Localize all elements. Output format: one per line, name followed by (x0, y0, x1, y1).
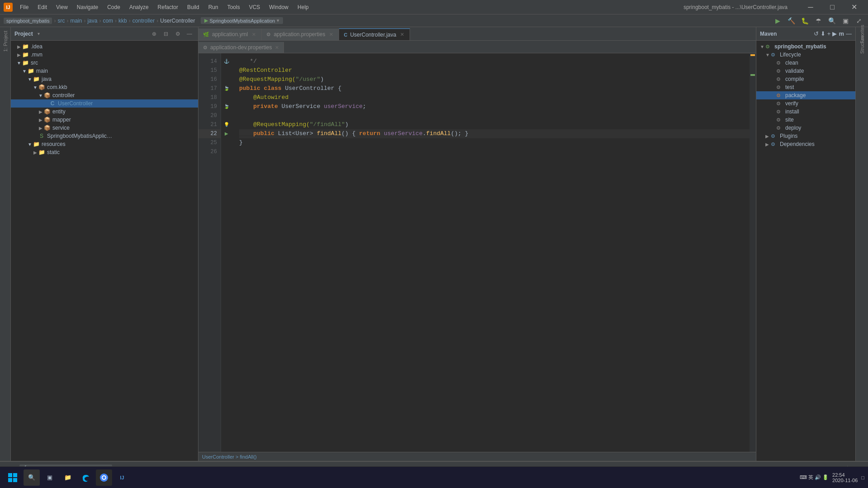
menu-help[interactable]: Help (294, 3, 312, 11)
maven-dependencies[interactable]: ▶ ⚙ Dependencies (756, 140, 855, 148)
run-button[interactable]: ▶ (772, 15, 783, 26)
tree-item-comkkb[interactable]: ▼ 📦 com.kkb (11, 83, 198, 91)
maven-goal-compile[interactable]: ⚙ compile (756, 75, 855, 83)
breadcrumb-com[interactable]: com (103, 18, 113, 24)
menu-window[interactable]: Window (265, 3, 292, 11)
locate-icon[interactable]: ⊕ (149, 29, 159, 39)
folder-icon-comkkb: 📦 (38, 84, 45, 90)
tab-close-props[interactable]: ✕ (328, 31, 334, 38)
menu-analyze[interactable]: Analyze (126, 3, 152, 11)
debug-button[interactable]: 🐛 (799, 15, 810, 26)
menu-edit[interactable]: Edit (34, 3, 51, 11)
tab-close-yml[interactable]: ✕ (250, 31, 257, 38)
maven-add-icon[interactable]: + (827, 30, 831, 37)
taskbar-search[interactable]: 🔍 (24, 469, 40, 486)
tree-item-java[interactable]: ▼ 📁 java (11, 75, 198, 83)
layout-button[interactable]: ▣ (840, 15, 851, 26)
tree-item-static[interactable]: ▶ 📁 static (11, 148, 198, 156)
coverage-button[interactable]: ☂ (813, 15, 824, 26)
breadcrumb-controller[interactable]: controller (132, 18, 155, 24)
breadcrumb-java[interactable]: java (87, 18, 97, 24)
sub-tab-dev-properties[interactable]: ⚙ application-dev.properties ✕ (198, 42, 284, 53)
tree-item-service[interactable]: ▶ 📦 service (11, 124, 198, 132)
menu-file[interactable]: File (16, 3, 32, 11)
taskbar-chrome[interactable] (96, 469, 112, 486)
tree-item-idea[interactable]: ▶ 📁 .idea (11, 42, 198, 51)
tree-item-usercontroller[interactable]: C UserController (11, 99, 198, 108)
maven-goal-site[interactable]: ⚙ site (756, 116, 855, 124)
maven-lifecycle[interactable]: ▼ ⚙ Lifecycle (756, 51, 855, 59)
tree-item-springapp[interactable]: S SpringbootMybatisApplic… (11, 132, 198, 140)
menu-vcs[interactable]: VCS (245, 3, 264, 11)
maven-goal-clean[interactable]: ⚙ clean (756, 59, 855, 67)
sidebar-project-label[interactable]: 1: Project (2, 27, 9, 55)
maven-clean-icon: ⚙ (776, 60, 783, 66)
tree-item-main[interactable]: ▼ 📁 main (11, 67, 198, 75)
taskbar-explorer[interactable]: 📁 (60, 469, 76, 486)
maven-goal-validate[interactable]: ⚙ validate (756, 67, 855, 75)
maven-goal-package[interactable]: ⚙ package (756, 91, 855, 99)
tree-item-mvn[interactable]: ▶ 📁 .mvn (11, 51, 198, 59)
maven-m-icon[interactable]: m (839, 30, 844, 37)
taskbar-edge[interactable] (78, 469, 94, 486)
menu-refactor[interactable]: Refactor (154, 3, 182, 11)
maven-project[interactable]: ▼ ⚙ springboot_mybatis (756, 42, 855, 51)
hide-panel-icon[interactable]: — (184, 29, 194, 39)
collapse-icon[interactable]: ⊟ (161, 29, 171, 39)
gutter-21: 💡 (221, 120, 232, 129)
maven-panel-title: Maven (760, 31, 777, 37)
menu-build[interactable]: Build (184, 3, 203, 11)
java-icon-usercontroller: C (49, 100, 56, 107)
taskbar-task-view[interactable]: ▣ (42, 469, 58, 486)
project-badge[interactable]: springboot_mybatis (4, 18, 52, 24)
search-button[interactable]: 🔍 (826, 15, 837, 26)
menu-tools[interactable]: Tools (224, 3, 244, 11)
maximize-button[interactable]: □ (822, 0, 843, 14)
maven-minimize-icon[interactable]: — (846, 30, 852, 37)
maven-panel-icons: ↺ ⬇ + ▶ m — (814, 30, 852, 37)
build-button[interactable]: 🔨 (786, 15, 797, 26)
windows-start-button[interactable] (4, 469, 22, 487)
code-line-16: @RequestMapping("/user") (239, 75, 750, 84)
maven-plugins[interactable]: ▶ ⚙ Plugins (756, 132, 855, 140)
tray-icons: ⌨ 英 🔊 🔋 (800, 474, 829, 481)
tree-item-src[interactable]: ▼ 📁 src (11, 59, 198, 67)
editor-status-bar: UserController > findAll() (198, 452, 756, 461)
taskbar-idea[interactable]: IJ (114, 469, 130, 486)
tab-usercontroller[interactable]: C UserController.java ✕ (339, 28, 410, 40)
breadcrumb-kkb[interactable]: kkb (118, 18, 127, 24)
breadcrumb-main[interactable]: main (70, 18, 82, 24)
tab-application-yml[interactable]: 🌿 application.yml ✕ (198, 28, 262, 40)
maven-goal-test[interactable]: ⚙ test (756, 83, 855, 91)
maven-download-icon[interactable]: ⬇ (821, 30, 826, 37)
maven-goal-install[interactable]: ⚙ install (756, 108, 855, 116)
sub-tab-close[interactable]: ✕ (275, 45, 279, 51)
maven-goal-verify[interactable]: ⚙ verify (756, 99, 855, 108)
run-config-selector[interactable]: ▶ SpringbootMybatisApplication ▾ (201, 17, 283, 24)
tree-arrow-src: ▼ (16, 61, 22, 66)
breadcrumb-src[interactable]: src (57, 18, 65, 24)
tab-application-properties[interactable]: ⚙ application.properties ✕ (262, 28, 339, 40)
code-content[interactable]: */ @RestController @RequestMapping("/use… (232, 53, 750, 452)
maven-refresh-icon[interactable]: ↺ (814, 30, 819, 37)
tree-item-resources[interactable]: ▼ 📁 resources (11, 140, 198, 148)
settings-gear-icon[interactable]: ⚙ (173, 29, 183, 39)
svg-rect-0 (8, 473, 12, 477)
tree-item-mapper[interactable]: ▶ 📦 mapper (11, 116, 198, 124)
maven-play-icon[interactable]: ▶ (832, 30, 837, 37)
breadcrumb-usercontroller[interactable]: UserController (160, 18, 195, 24)
menu-code[interactable]: Code (104, 3, 124, 11)
menu-run[interactable]: Run (205, 3, 222, 11)
right-sidebar-icon-2[interactable]: Structure (857, 40, 867, 50)
minimize-button[interactable]: ─ (800, 0, 821, 14)
tree-item-controller[interactable]: ▼ 📦 controller (11, 91, 198, 99)
menu-navigate[interactable]: Navigate (73, 3, 102, 11)
menu-view[interactable]: View (52, 3, 71, 11)
tree-item-entity[interactable]: ▶ 📦 entity (11, 108, 198, 116)
maven-project-label: springboot_mybatis (774, 43, 826, 50)
tab-close-controller[interactable]: ✕ (399, 32, 405, 38)
maven-goal-deploy[interactable]: ⚙ deploy (756, 124, 855, 132)
close-button[interactable]: ✕ (844, 0, 864, 14)
project-dropdown-icon[interactable]: ▾ (38, 31, 40, 36)
editor-area: 🌿 application.yml ✕ ⚙ application.proper… (198, 27, 756, 461)
